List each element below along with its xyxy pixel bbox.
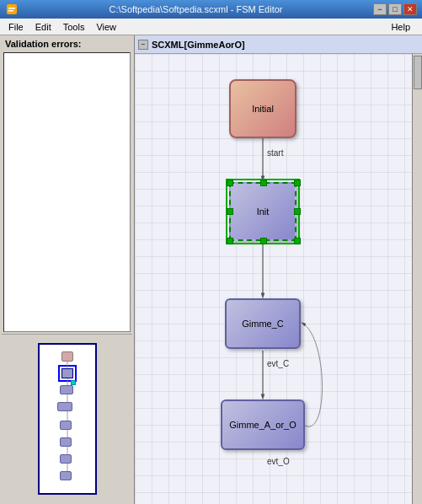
node-initial-label: Initial [252,104,274,114]
handle-ml [227,208,233,215]
validation-label: Validation errors: [2,37,132,51]
svg-rect-2 [8,10,13,12]
close-button[interactable]: ✕ [403,3,417,15]
node-init[interactable]: Init [229,182,296,241]
node-gimme-c[interactable]: Gimme_C [225,298,301,349]
edge-label-evt-o: evt_O [267,457,290,466]
menu-bar: File Edit Tools View Help [0,19,422,35]
canvas-collapse-button[interactable]: − [138,40,148,50]
node-gimme-aoro[interactable]: Gimme_A_or_O [221,399,305,450]
menu-items: File Edit Tools View [3,21,121,33]
canvas-panel[interactable]: − SCXML[GimmeAorO] [135,35,422,504]
node-init-label: Init [257,206,270,217]
handle-tr [294,180,301,186]
svg-rect-0 [7,4,17,14]
window-title: C:\Softpedia\Softpedia.scxml - FSM Edito… [19,4,373,14]
handle-br [294,238,301,244]
menu-view[interactable]: View [91,21,121,33]
handle-tc [260,180,267,186]
minimize-button[interactable]: − [373,3,387,15]
handle-mr [294,208,301,215]
validation-content [3,52,131,332]
minimap-lines [40,345,95,493]
minimap[interactable] [38,343,97,495]
edge-label-start: start [267,148,283,158]
handle-bl [227,238,233,244]
node-initial[interactable]: Initial [229,79,296,138]
maximize-button[interactable]: □ [388,3,402,15]
window-controls: − □ ✕ [373,3,417,15]
menu-edit[interactable]: Edit [30,21,56,33]
left-panel: Validation errors: [0,35,135,504]
handle-bc [260,238,267,244]
node-gimme-c-label: Gimme_C [242,319,284,329]
title-bar-icon [5,3,19,16]
canvas-scrollbar[interactable] [412,54,422,504]
canvas-header: − SCXML[GimmeAorO] [135,35,422,54]
menu-tools[interactable]: Tools [58,21,90,33]
main-container: Validation errors: [0,35,422,504]
scrollbar-thumb[interactable] [414,56,422,89]
minimap-inner [40,345,95,493]
menu-file[interactable]: File [3,21,29,33]
node-gimme-aoro-label: Gimme_A_or_O [229,420,296,430]
menu-help[interactable]: Help [386,21,415,33]
handle-tl [227,180,233,186]
minimap-area [2,334,132,502]
title-bar: C:\Softpedia\Softpedia.scxml - FSM Edito… [0,0,422,19]
canvas-content[interactable]: Initial start Init Gimme_C evt_C [135,54,422,504]
edge-label-evt-c: evt_C [267,359,289,368]
canvas-title: SCXML[GimmeAorO] [152,40,245,50]
svg-rect-1 [8,8,15,9]
